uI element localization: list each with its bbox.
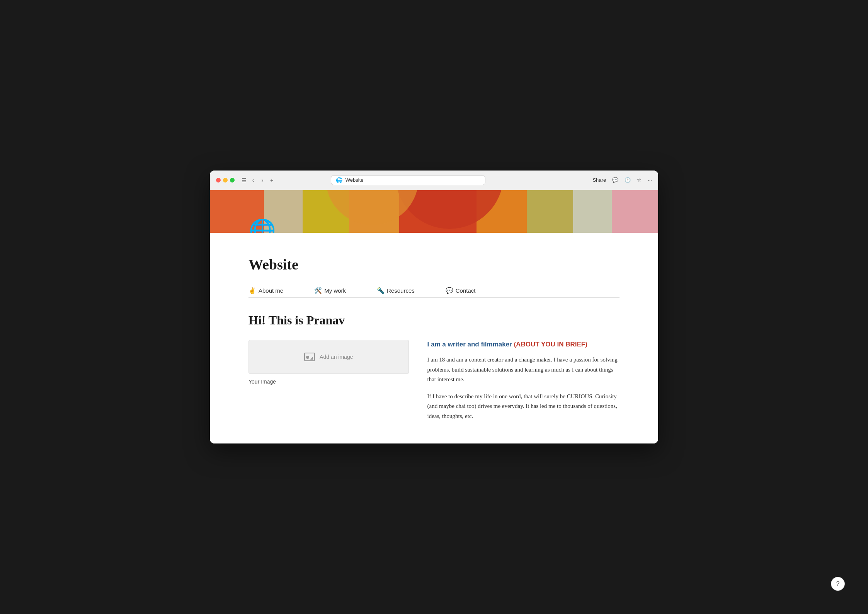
nav-contact-label: Contact xyxy=(456,287,476,294)
nav-work-label: My work xyxy=(324,287,346,294)
comment-icon[interactable]: 💬 xyxy=(612,177,618,183)
nav-about-me[interactable]: ✌️ About me xyxy=(248,284,283,297)
browser-chrome: ☰ ‹ › + 🌐 Website Share 💬 🕐 ☆ ··· xyxy=(210,171,658,190)
hamburger-icon[interactable]: ☰ xyxy=(241,177,247,183)
resources-emoji: 🔦 xyxy=(377,287,385,294)
forward-button[interactable]: › xyxy=(259,177,266,183)
svg-rect-9 xyxy=(612,190,658,233)
minimize-button[interactable] xyxy=(223,178,228,182)
about-column: I am a writer and filmmaker (ABOUT YOU I… xyxy=(427,340,620,428)
content-grid: Add an image Your Image I am a writer an… xyxy=(248,340,620,428)
hero-banner: 🌐 xyxy=(210,190,658,233)
globe-icon: 🌐 xyxy=(336,177,342,183)
nav-contact[interactable]: 💬 Contact xyxy=(446,284,476,297)
help-button[interactable]: ? xyxy=(831,577,845,591)
contact-emoji: 💬 xyxy=(446,287,453,294)
nav-my-work[interactable]: 🛠️ My work xyxy=(314,284,346,297)
more-options-icon[interactable]: ··· xyxy=(648,177,652,183)
add-image-text: Add an image xyxy=(320,354,353,360)
banner-svg xyxy=(210,190,658,233)
close-button[interactable] xyxy=(216,178,221,182)
site-title: Website xyxy=(248,256,620,273)
new-tab-button[interactable]: + xyxy=(269,177,275,183)
image-upload-area[interactable]: Add an image xyxy=(248,340,409,374)
address-bar[interactable]: 🌐 Website xyxy=(331,175,485,185)
back-button[interactable]: ‹ xyxy=(250,177,256,183)
browser-window: ☰ ‹ › + 🌐 Website Share 💬 🕐 ☆ ··· xyxy=(210,171,658,444)
browser-controls: ☰ ‹ › + xyxy=(241,177,275,183)
work-emoji: 🛠️ xyxy=(314,287,322,294)
help-label: ? xyxy=(836,580,840,587)
image-icon xyxy=(304,353,315,361)
nav-resources-label: Resources xyxy=(387,287,415,294)
browser-actions: Share 💬 🕐 ☆ ··· xyxy=(592,177,652,183)
website-content: 🌐 Website ✌️ About me 🛠️ My work 🔦 Resou… xyxy=(210,190,658,444)
share-button[interactable]: Share xyxy=(592,177,606,183)
nav-about-label: About me xyxy=(259,287,283,294)
about-paragraph-1: I am 18 and am a content creator and a c… xyxy=(427,355,620,385)
maximize-button[interactable] xyxy=(230,178,235,182)
traffic-lights xyxy=(216,178,235,182)
url-text: Website xyxy=(345,177,364,183)
about-heading-red: (ABOUT YOU IN BRIEF) xyxy=(514,341,587,348)
about-heading: I am a writer and filmmaker (ABOUT YOU I… xyxy=(427,340,620,349)
svg-rect-7 xyxy=(527,190,573,233)
about-paragraph-2: If I have to describe my life in one wor… xyxy=(427,392,620,421)
site-nav: ✌️ About me 🛠️ My work 🔦 Resources 💬 Con… xyxy=(248,284,620,298)
svg-rect-8 xyxy=(573,190,612,233)
about-heading-blue: I am a writer and filmmaker xyxy=(427,341,514,348)
image-caption: Your Image xyxy=(248,379,409,385)
image-column: Add an image Your Image xyxy=(248,340,409,428)
page-heading: Hi! This is Pranav xyxy=(248,313,620,327)
nav-resources[interactable]: 🔦 Resources xyxy=(377,284,415,297)
bookmark-icon[interactable]: ☆ xyxy=(637,177,642,183)
content-area: Website ✌️ About me 🛠️ My work 🔦 Resourc… xyxy=(210,233,658,444)
site-logo: 🌐 xyxy=(248,217,276,233)
history-icon[interactable]: 🕐 xyxy=(625,177,631,183)
logo-emoji: 🌐 xyxy=(249,218,276,233)
about-emoji: ✌️ xyxy=(248,287,256,294)
